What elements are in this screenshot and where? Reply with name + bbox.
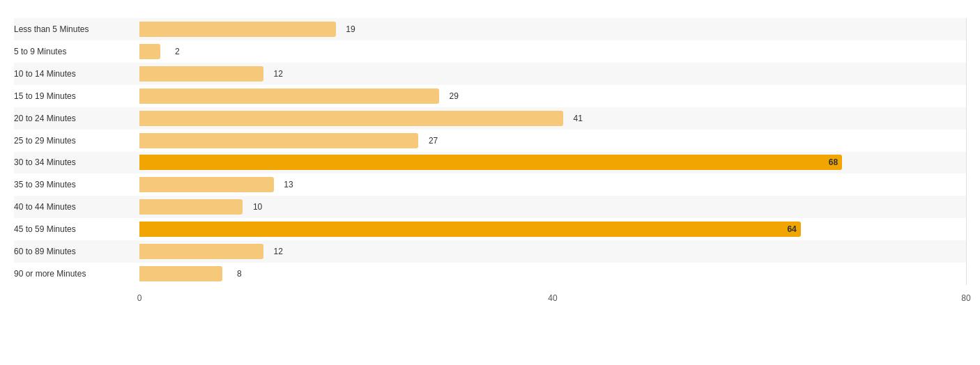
table-row: 40 to 44 Minutes10	[14, 196, 966, 218]
bar-value: 41	[573, 114, 582, 123]
x-axis: 04080	[139, 285, 966, 304]
bar-track: 2	[139, 44, 966, 59]
table-row: 45 to 59 Minutes64	[14, 218, 966, 240]
bar-fill: 29	[139, 88, 439, 104]
bar-track: 12	[139, 244, 966, 259]
bar-fill: 12	[139, 66, 263, 81]
bar-fill: 13	[139, 177, 274, 192]
bar-value: 12	[274, 247, 283, 256]
table-row: 5 to 9 Minutes2	[14, 40, 966, 63]
table-row: 15 to 19 Minutes29	[14, 85, 966, 107]
bar-track: 12	[139, 66, 966, 81]
bar-track: 27	[139, 133, 966, 148]
chart-area: Less than 5 Minutes195 to 9 Minutes210 t…	[14, 18, 966, 304]
bar-label: 90 or more Minutes	[14, 269, 139, 279]
bar-fill: 8	[139, 266, 222, 281]
bar-label: 25 to 29 Minutes	[14, 136, 139, 146]
bar-track: 10	[139, 199, 966, 215]
bar-label: 40 to 44 Minutes	[14, 202, 139, 212]
bar-value: 10	[253, 202, 262, 212]
bar-label: 15 to 19 Minutes	[14, 91, 139, 101]
bar-label: 60 to 89 Minutes	[14, 247, 139, 256]
bar-track: 29	[139, 88, 966, 104]
bar-value: 68	[829, 157, 838, 167]
x-tick: 80	[961, 293, 970, 303]
bar-track: 13	[139, 177, 966, 192]
bar-track: 64	[139, 222, 966, 237]
bar-value: 13	[284, 180, 293, 189]
bar-value: 8	[237, 269, 242, 279]
bar-fill: 27	[139, 133, 418, 148]
bar-fill: 19	[139, 22, 336, 37]
x-tick: 40	[548, 293, 557, 303]
bar-fill: 41	[139, 111, 563, 126]
table-row: 10 to 14 Minutes12	[14, 63, 966, 85]
x-tick: 0	[137, 293, 142, 303]
bar-fill: 64	[139, 222, 801, 237]
bar-value: 12	[274, 69, 283, 79]
bar-value: 27	[429, 136, 438, 146]
table-row: 90 or more Minutes8	[14, 263, 966, 285]
table-row: 30 to 34 Minutes68	[14, 152, 966, 174]
bar-track: 19	[139, 22, 966, 37]
bar-fill: 10	[139, 199, 243, 215]
bar-track: 41	[139, 111, 966, 126]
bar-label: 45 to 59 Minutes	[14, 224, 139, 234]
bar-track: 68	[139, 155, 966, 170]
page-container: Less than 5 Minutes195 to 9 Minutes210 t…	[0, 0, 980, 365]
bar-value: 64	[787, 224, 796, 234]
table-row: 60 to 89 Minutes12	[14, 240, 966, 263]
bar-fill: 2	[139, 44, 160, 59]
table-row: 35 to 39 Minutes13	[14, 173, 966, 196]
table-row: 20 to 24 Minutes41	[14, 107, 966, 130]
bar-label: 20 to 24 Minutes	[14, 114, 139, 123]
bars-container: Less than 5 Minutes195 to 9 Minutes210 t…	[14, 18, 966, 285]
bar-label: 30 to 34 Minutes	[14, 157, 139, 167]
bar-value: 19	[346, 24, 355, 34]
bar-value: 29	[450, 91, 459, 101]
table-row: 25 to 29 Minutes27	[14, 130, 966, 152]
bar-track: 8	[139, 266, 966, 281]
bar-label: 35 to 39 Minutes	[14, 180, 139, 189]
bar-value: 2	[175, 47, 180, 56]
bar-label: Less than 5 Minutes	[14, 24, 139, 34]
bar-fill: 12	[139, 244, 263, 259]
table-row: Less than 5 Minutes19	[14, 18, 966, 40]
bar-label: 10 to 14 Minutes	[14, 69, 139, 79]
grid-line-80	[966, 18, 967, 285]
bar-label: 5 to 9 Minutes	[14, 47, 139, 56]
bar-fill: 68	[139, 155, 842, 170]
